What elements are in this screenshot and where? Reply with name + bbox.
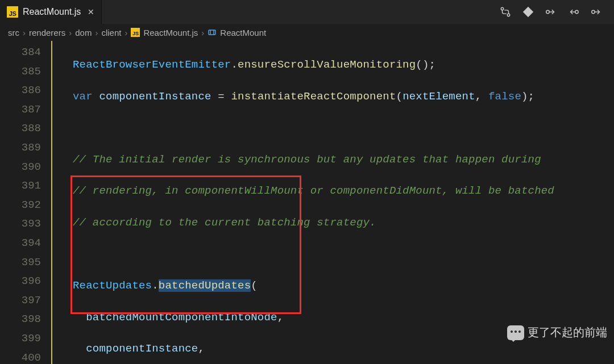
line-number: 384 (0, 43, 41, 62)
breadcrumb-part[interactable]: src (8, 28, 19, 37)
compare-changes-icon[interactable] (499, 6, 512, 18)
svg-point-0 (501, 7, 503, 10)
line-number: 400 (0, 349, 41, 365)
line-number: 396 (0, 272, 41, 291)
breadcrumb-symbol[interactable]: ReactMount (220, 28, 266, 37)
line-number: 388 (0, 119, 41, 139)
svg-point-4 (592, 10, 595, 14)
line-number: 395 (0, 253, 41, 273)
source-control-icon[interactable] (522, 6, 534, 18)
tab-bar: JS ReactMount.js ✕ (0, 0, 614, 24)
line-number: 386 (0, 81, 41, 101)
line-number: 397 (0, 291, 41, 311)
line-number: 394 (0, 234, 41, 253)
prev-change-icon[interactable] (567, 6, 580, 18)
line-number: 387 (0, 101, 41, 120)
svg-point-3 (575, 10, 579, 14)
line-number: 390 (0, 158, 41, 177)
line-number: 389 (0, 139, 41, 158)
svg-rect-5 (209, 30, 215, 35)
js-file-icon: JS (7, 6, 18, 18)
breadcrumb-part[interactable]: dom (75, 28, 92, 37)
editor-actions (499, 0, 614, 24)
close-icon[interactable]: ✕ (88, 7, 94, 16)
svg-point-2 (546, 10, 550, 14)
open-changes-icon[interactable] (545, 6, 557, 18)
chevron-right-icon: › (69, 28, 72, 37)
chevron-right-icon: › (125, 28, 127, 37)
tab-reactmount[interactable]: JS ReactMount.js ✕ (0, 0, 102, 24)
tab-filename: ReactMount.js (23, 7, 81, 17)
line-number: 392 (0, 196, 41, 215)
breadcrumb-file[interactable]: ReactMount.js (143, 28, 198, 37)
code-content[interactable]: ReactBrowserEventEmitter.ensureScrollVal… (57, 41, 614, 364)
wechat-icon (507, 325, 524, 340)
breadcrumb[interactable]: src › renderers › dom › client › JS Reac… (0, 24, 614, 41)
symbol-module-icon (208, 28, 217, 37)
chevron-right-icon: › (95, 28, 98, 37)
chevron-right-icon: › (201, 28, 204, 37)
watermark-text: 更了不起的前端 (528, 325, 607, 340)
editor[interactable]: 3843853863873883893903913923933943953963… (0, 41, 614, 364)
svg-point-1 (507, 14, 509, 16)
line-number: 398 (0, 310, 41, 329)
line-number: 399 (0, 329, 41, 349)
line-number-gutter: 3843853863873883893903913923933943953963… (0, 41, 51, 364)
next-change-icon[interactable] (590, 6, 603, 18)
line-number: 393 (0, 215, 41, 234)
breadcrumb-part[interactable]: renderers (29, 28, 65, 37)
line-number: 391 (0, 177, 41, 196)
line-number: 385 (0, 62, 41, 82)
js-file-icon: JS (131, 28, 140, 37)
diff-marker (51, 41, 57, 364)
chevron-right-icon: › (23, 28, 26, 37)
breadcrumb-part[interactable]: client (101, 28, 121, 37)
watermark: 更了不起的前端 (507, 325, 607, 340)
